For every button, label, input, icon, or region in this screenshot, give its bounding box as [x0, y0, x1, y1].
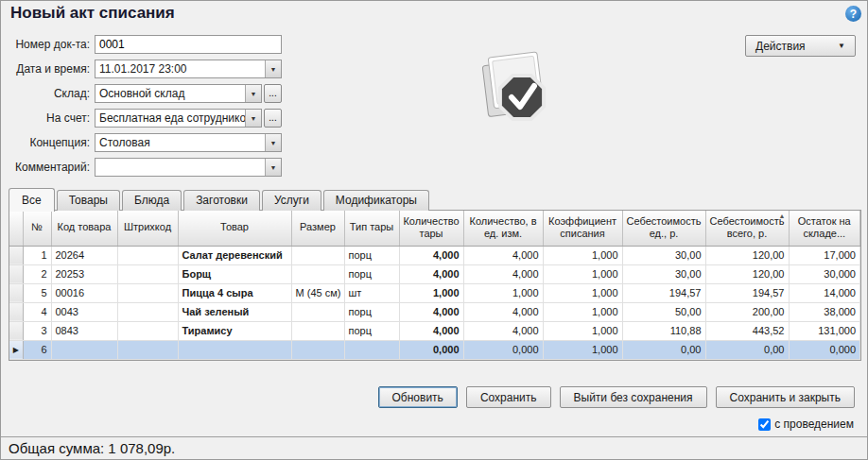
cell-name[interactable]: [178, 340, 291, 359]
cell-code[interactable]: 20253: [51, 264, 117, 283]
column-header-barcode[interactable]: Штрихкод: [117, 211, 178, 246]
cell-cost-total[interactable]: 194,57: [705, 283, 789, 302]
cell-container[interactable]: порц: [344, 264, 399, 283]
post-document-checkbox-input[interactable]: [758, 418, 771, 431]
actions-button[interactable]: Действия ▼: [745, 35, 856, 57]
column-header-container[interactable]: Тип тары: [344, 211, 399, 246]
cell-qty-tare[interactable]: 4,000: [399, 302, 463, 321]
cell-cost-unit[interactable]: 0,00: [622, 340, 705, 359]
cell-cost-unit[interactable]: 30,00: [622, 264, 705, 283]
cell-qty-tare[interactable]: 1,000: [399, 283, 463, 302]
cell-coeff[interactable]: 1,000: [543, 283, 622, 302]
cell-qty-units[interactable]: 0,000: [463, 340, 543, 359]
save-button[interactable]: Сохранить: [466, 386, 551, 408]
combo-arrow-icon[interactable]: ▼: [265, 60, 281, 77]
tab-dishes[interactable]: Блюда: [122, 190, 182, 211]
cell-qty-tare[interactable]: 4,000: [399, 321, 463, 340]
table-row[interactable]: 120264Салат деревенскийпорц4,0004,0001,0…: [9, 246, 860, 264]
cell-coeff[interactable]: 1,000: [543, 246, 622, 264]
cell-code[interactable]: 00016: [51, 283, 117, 302]
combo-arrow-icon[interactable]: ▼: [245, 85, 261, 102]
warehouse-browse-button[interactable]: ...: [264, 84, 282, 103]
cell-size[interactable]: [291, 264, 344, 283]
column-header-cost-total[interactable]: ▲ Себестоимость всего, р.: [705, 211, 789, 246]
cell-barcode[interactable]: [117, 264, 178, 283]
cell-name[interactable]: Борщ: [178, 264, 291, 283]
refresh-button[interactable]: Обновить: [378, 386, 458, 408]
cell-qty-units[interactable]: 4,000: [463, 302, 543, 321]
post-document-checkbox[interactable]: с проведением: [758, 417, 854, 431]
row-selector[interactable]: [9, 302, 23, 321]
table-row[interactable]: 30843Тирамисупорц4,0004,0001,000110,8844…: [9, 321, 860, 340]
column-header-coeff[interactable]: Коэффициент списания: [543, 211, 622, 246]
tab-modifiers[interactable]: Модификаторы: [323, 190, 429, 211]
datetime-combo[interactable]: 11.01.2017 23:00 ▼: [95, 60, 282, 78]
cell-name[interactable]: Тирамису: [178, 321, 291, 340]
cell-cost-total[interactable]: 120,00: [705, 264, 789, 283]
cell-coeff[interactable]: 1,000: [543, 302, 622, 321]
cell-barcode[interactable]: [117, 302, 178, 321]
cell-code[interactable]: [51, 340, 117, 359]
cell-stock[interactable]: 0,000: [789, 340, 860, 359]
cell-cost-total[interactable]: 120,00: [705, 246, 789, 264]
cell-container[interactable]: порц: [344, 321, 399, 340]
cell-qty-units[interactable]: 4,000: [463, 264, 543, 283]
combo-arrow-icon[interactable]: ▼: [265, 134, 281, 151]
column-header-code[interactable]: Код товара: [51, 211, 117, 246]
tab-services[interactable]: Услуги: [262, 190, 321, 211]
table-row[interactable]: 500016Пицца 4 сыраМ (45 см)шт1,0001,0001…: [9, 283, 860, 302]
cell-cost-unit[interactable]: 194,57: [622, 283, 705, 302]
account-browse-button[interactable]: ...: [264, 109, 282, 128]
cell-size[interactable]: [291, 340, 344, 359]
table-row[interactable]: ▶60,0000,0001,0000,000,000,000: [9, 340, 860, 359]
cell-barcode[interactable]: [117, 340, 178, 359]
cell-container[interactable]: порц: [344, 302, 399, 321]
cell-cost-unit[interactable]: 50,00: [622, 302, 705, 321]
column-header-num[interactable]: №: [23, 211, 51, 246]
cell-name[interactable]: Салат деревенский: [178, 246, 291, 264]
cell-code[interactable]: 0043: [51, 302, 117, 321]
row-selector[interactable]: [9, 246, 23, 264]
cell-coeff[interactable]: 1,000: [543, 264, 622, 283]
cell-size[interactable]: М (45 см): [291, 283, 344, 302]
cell-stock[interactable]: 38,000: [789, 302, 860, 321]
help-icon[interactable]: ?: [845, 6, 861, 22]
cell-barcode[interactable]: [117, 246, 178, 264]
doc-number-input[interactable]: [95, 35, 282, 54]
table-row[interactable]: 40043Чай зеленыйпорц4,0004,0001,00050,00…: [9, 302, 860, 321]
cell-num[interactable]: 1: [23, 246, 51, 264]
column-header-size[interactable]: Размер: [291, 211, 344, 246]
row-selector[interactable]: ▶: [9, 340, 23, 359]
cell-container[interactable]: шт: [344, 283, 399, 302]
combo-arrow-icon[interactable]: ▼: [265, 159, 281, 176]
cell-stock[interactable]: 17,000: [789, 246, 860, 264]
cell-size[interactable]: [291, 302, 344, 321]
table-row[interactable]: 220253Борщпорц4,0004,0001,00030,00120,00…: [9, 264, 860, 283]
tab-all[interactable]: Все: [9, 188, 55, 212]
cell-cost-total[interactable]: 200,00: [705, 302, 789, 321]
column-header-stock[interactable]: Остаток на складе...: [789, 211, 860, 246]
cell-container[interactable]: [344, 340, 399, 359]
cell-qty-units[interactable]: 4,000: [463, 246, 543, 264]
cell-cost-total[interactable]: 0,00: [705, 340, 789, 359]
cell-cost-unit[interactable]: 30,00: [622, 246, 705, 264]
cell-qty-units[interactable]: 4,000: [463, 321, 543, 340]
cell-container[interactable]: порц: [344, 246, 399, 264]
cell-code[interactable]: 0843: [51, 321, 117, 340]
cell-num[interactable]: 6: [23, 340, 51, 359]
warehouse-combo[interactable]: Основной склад ▼: [95, 84, 262, 103]
column-header-name[interactable]: Товар: [178, 211, 291, 246]
cell-qty-tare[interactable]: 0,000: [399, 340, 463, 359]
cell-num[interactable]: 5: [23, 283, 51, 302]
cell-cost-unit[interactable]: 110,88: [622, 321, 705, 340]
cell-cost-total[interactable]: 443,52: [705, 321, 789, 340]
cell-barcode[interactable]: [117, 283, 178, 302]
cell-code[interactable]: 20264: [51, 246, 117, 264]
comment-combo[interactable]: ▼: [95, 158, 282, 177]
cell-num[interactable]: 4: [23, 302, 51, 321]
cell-qty-tare[interactable]: 4,000: [399, 246, 463, 264]
cell-name[interactable]: Чай зеленый: [178, 302, 291, 321]
cell-size[interactable]: [291, 321, 344, 340]
exit-without-saving-button[interactable]: Выйти без сохранения: [560, 386, 707, 408]
row-selector[interactable]: [9, 283, 23, 302]
